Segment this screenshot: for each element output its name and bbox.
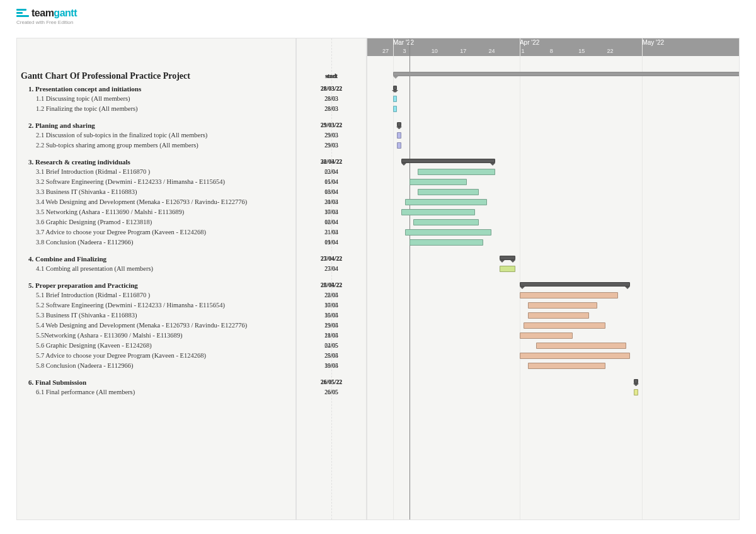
brand-subtext: Created with Free Edition xyxy=(16,20,77,25)
group-end: 22/04/22 xyxy=(297,157,366,167)
gantt-bar[interactable] xyxy=(520,353,630,359)
gantt-bar[interactable] xyxy=(397,142,401,149)
task-end: 26/05 xyxy=(297,387,366,397)
task-end: 18/04 xyxy=(297,217,366,227)
group-row[interactable]: 4. Combine and Finalizing xyxy=(17,254,295,264)
group-row[interactable]: 3. Research & creating individuals xyxy=(17,157,295,167)
task-row[interactable]: 4.1 Combing all presentation (All member… xyxy=(17,264,295,274)
gantt-bar[interactable] xyxy=(393,96,397,102)
gantt-bar[interactable] xyxy=(500,256,516,260)
task-end: 11/05 xyxy=(297,331,366,341)
task-end: 19/05 xyxy=(297,361,366,371)
group-row[interactable]: 6. Final Submission xyxy=(17,377,295,387)
task-row[interactable]: 5.8 Conclusion (Nadeera - E112966) xyxy=(17,361,295,371)
gantt-bar[interactable] xyxy=(401,209,475,215)
task-end: 18/04 xyxy=(297,187,366,197)
gantt-bar[interactable] xyxy=(520,332,573,339)
day-tick: 24 xyxy=(489,47,495,55)
gantt-bar[interactable] xyxy=(418,189,479,195)
task-end: 27/04 xyxy=(297,264,366,274)
task-row[interactable]: 2.2 Sub-topics sharing among group membe… xyxy=(17,140,295,151)
gantt-bar[interactable] xyxy=(418,169,495,175)
gantt-bar[interactable] xyxy=(634,389,638,395)
gantt-bar[interactable] xyxy=(500,266,516,272)
day-tick: 3 xyxy=(403,47,406,55)
gantt-bar[interactable] xyxy=(520,282,630,287)
brand-word1: team xyxy=(32,8,54,18)
task-row[interactable]: 3.6 Graphic Designing (Pramod - E123818) xyxy=(17,217,295,227)
group-end: 29/03/22 xyxy=(297,120,366,130)
group-row[interactable]: 5. Proper preparation and Practicing xyxy=(17,280,295,290)
task-row[interactable]: 5.5Networking (Ashara - E113690 / Malshi… xyxy=(17,331,295,341)
gantt-bar[interactable] xyxy=(393,106,397,112)
task-row[interactable]: 3.7 Advice to choose your Degree Program… xyxy=(17,227,295,237)
gantt-bar[interactable] xyxy=(528,312,589,319)
task-row[interactable]: 5.2 Software Engineering (Dewmini - E124… xyxy=(17,300,295,310)
col-end: end xyxy=(297,70,366,82)
task-row[interactable]: 3.5 Networking (Ashara - E113690 / Malsh… xyxy=(17,207,295,217)
gantt-bar[interactable] xyxy=(536,343,626,349)
task-row[interactable]: 2.1 Discussion of sub-topics in the fina… xyxy=(17,130,295,140)
task-end: 15/04 xyxy=(297,177,366,187)
gantt-bar[interactable] xyxy=(393,72,739,76)
today-line xyxy=(410,38,410,520)
group-end: 28/03/22 xyxy=(297,84,366,94)
group-end: 27/04/22 xyxy=(297,254,366,264)
task-end: 19/04 xyxy=(297,237,366,247)
gantt-bar[interactable] xyxy=(528,363,605,369)
task-end: 24/05 xyxy=(297,341,366,351)
day-tick: 8 xyxy=(550,47,553,55)
task-row[interactable]: 3.3 Business IT (Shivanka - E116883) xyxy=(17,187,295,197)
group-end: 26/05/22 xyxy=(297,377,366,387)
day-tick: 22 xyxy=(607,47,614,55)
timeline[interactable]: Mar '22Apr '22May '22273101724181522 xyxy=(367,38,739,520)
date-columns: start28/03/2228/0328/0329/03/2229/0329/0… xyxy=(297,38,367,520)
gantt-bar[interactable] xyxy=(397,132,401,139)
gantt-bar[interactable] xyxy=(410,179,467,185)
gantt-bar[interactable] xyxy=(405,229,491,236)
timeline-header: Mar '22Apr '22May '22273101724181522 xyxy=(367,38,739,56)
gantt-bar[interactable] xyxy=(410,239,483,246)
task-row[interactable]: 3.2 Software Engineering (Dewmini - E124… xyxy=(17,177,295,187)
gantt-bar[interactable] xyxy=(524,322,605,329)
day-tick: 15 xyxy=(578,47,585,55)
task-row[interactable]: 5.7 Advice to choose your Degree Program… xyxy=(17,351,295,361)
gantt-bar[interactable] xyxy=(405,199,487,205)
month-gridline xyxy=(642,38,643,520)
task-name-column: Gantt Chart Of Professional Practice Pro… xyxy=(17,38,297,520)
month-label: Apr '22 xyxy=(520,39,539,47)
task-row[interactable]: 5.3 Business IT (Shivanka - E116883) xyxy=(17,310,295,321)
task-row[interactable]: 5.6 Graphic Designing (Kaveen - E124268) xyxy=(17,341,295,351)
group-row[interactable]: 2. Planing and sharing xyxy=(17,120,295,130)
task-row[interactable]: 1.1 Discussing topic (All members) xyxy=(17,94,295,104)
task-row[interactable]: 3.4 Web Designing and Development (Menak… xyxy=(17,197,295,207)
task-row[interactable]: 5.1 Brief Introduction (Ridmal - E116870… xyxy=(17,290,295,300)
task-row[interactable]: 5.4 Web Designing and Development (Menak… xyxy=(17,321,295,331)
day-tick: 1 xyxy=(521,47,524,55)
day-tick: 27 xyxy=(382,47,389,55)
gantt-bar[interactable] xyxy=(397,122,401,127)
task-end: 17/04 xyxy=(297,207,366,217)
task-row[interactable]: 3.1 Brief Introduction (Ridmal - E116870… xyxy=(17,167,295,177)
group-row[interactable]: 1. Presentation concept and initiations xyxy=(17,84,295,94)
project-title: Gantt Chart Of Professional Practice Pro… xyxy=(17,70,295,82)
task-end: 29/03 xyxy=(297,130,366,140)
day-tick: 10 xyxy=(432,47,438,55)
gantt-bar[interactable] xyxy=(520,292,618,298)
task-end: 21/04 xyxy=(297,227,366,237)
task-end: 29/03 xyxy=(297,140,366,151)
task-end: 25/05 xyxy=(297,351,366,361)
group-end: 25/05/22 xyxy=(297,280,366,290)
gantt-bar[interactable] xyxy=(413,219,479,225)
logo-icon xyxy=(16,9,29,18)
task-row[interactable]: 6.1 Final performance (All members) xyxy=(17,387,295,397)
brand-word2: gantt xyxy=(54,8,77,18)
task-row[interactable]: 3.8 Conclusion (Nadeera - E112966) xyxy=(17,237,295,247)
month-label: Mar '22 xyxy=(393,39,414,47)
gantt-bar[interactable] xyxy=(393,86,397,90)
task-row[interactable]: 1.2 Finalizing the topic (All members) xyxy=(17,104,295,114)
gantt-bar[interactable] xyxy=(634,379,638,383)
gantt-bar[interactable] xyxy=(401,159,495,163)
task-end: 19/05 xyxy=(297,321,366,331)
gantt-bar[interactable] xyxy=(528,302,597,309)
